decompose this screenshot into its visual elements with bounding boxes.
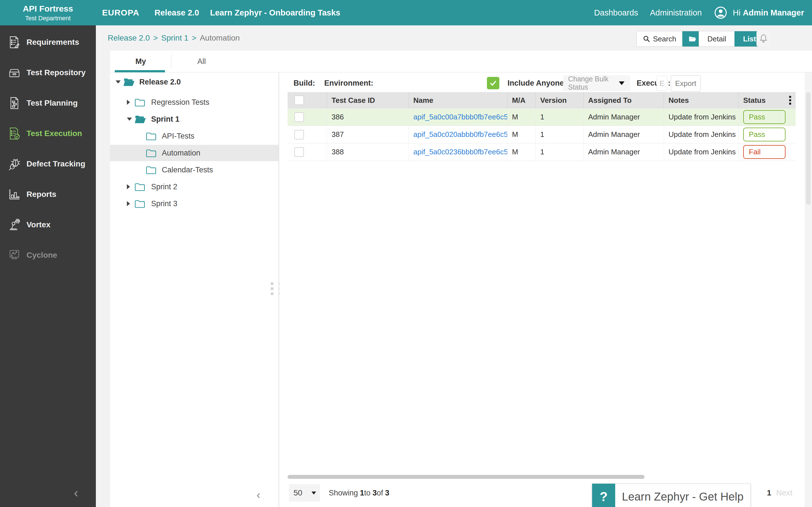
cell-version: 1 <box>536 144 583 161</box>
tab-my-executions[interactable]: My Executions <box>115 51 166 72</box>
sidebar-item-label: Test Planning <box>27 99 78 108</box>
breadcrumb-link[interactable]: Sprint 1 <box>161 34 189 42</box>
column-header-m-a: M/A <box>507 92 536 108</box>
export-button[interactable]: Export <box>671 75 701 92</box>
caret-down-icon[interactable] <box>116 80 121 83</box>
status-badge[interactable]: Fail <box>743 145 785 159</box>
breadcrumb-link[interactable]: Release 2.0 <box>108 34 150 42</box>
test-repository-icon <box>8 66 21 79</box>
include-anyone-checkbox[interactable] <box>487 77 499 89</box>
question-mark-icon: ? <box>592 484 615 507</box>
breadcrumb-separator: > <box>153 34 158 42</box>
tree-item-api-tests[interactable]: API-Tests <box>110 128 278 144</box>
execute-input[interactable]: E <box>657 76 667 91</box>
caret-down-icon[interactable] <box>127 118 132 121</box>
sidebar-item-label: Test Execution <box>27 129 82 138</box>
app-brand[interactable]: API Fortress Test Department <box>0 0 96 25</box>
caret-right-icon[interactable] <box>127 201 130 206</box>
tab-all-executions[interactable]: All Executions <box>179 51 224 72</box>
table-row: 387apif_5a0c020abbb0fb7ee6c5...M1Admin M… <box>288 126 796 144</box>
column-options-ellipsis-icon[interactable] <box>789 96 791 105</box>
test-execution-icon <box>8 127 21 140</box>
topbar-nav-onboarding[interactable]: Learn Zephyr - Onboarding Tasks <box>210 0 340 25</box>
sidebar-item-test-execution[interactable]: Test Execution <box>0 118 96 149</box>
cell-ma: M <box>507 126 536 143</box>
detail-button[interactable]: Detail <box>699 31 734 47</box>
administration-link[interactable]: Administration <box>650 8 702 17</box>
sidebar-item-test-planning[interactable]: Test Planning <box>0 88 96 118</box>
detail-list-toggle: Detail List <box>699 31 765 47</box>
folder-icon <box>146 165 157 175</box>
vertical-scrollbar-thumb[interactable] <box>806 92 811 205</box>
column-header-name: Name <box>409 92 507 108</box>
breadcrumb-current: Automation <box>200 34 240 42</box>
tree-item-regression-tests[interactable]: Regression Tests <box>110 94 278 110</box>
content-card: My Executions All Executions ‹ Release 2… <box>110 51 812 507</box>
next-page-button[interactable]: Next <box>776 484 793 502</box>
select-all-checkbox[interactable] <box>294 96 304 105</box>
sidebar-item-label: Cyclone <box>27 251 57 260</box>
tree-item-calendar-tests[interactable]: Calendar-Tests <box>110 162 278 178</box>
active-tab-underline <box>115 70 165 72</box>
help-widget[interactable]: ? Learn Zephyr - Get Help <box>592 484 751 507</box>
row-checkbox[interactable] <box>294 147 304 157</box>
caret-right-icon[interactable] <box>127 100 130 105</box>
horizontal-scrollbar[interactable] <box>288 475 645 479</box>
tree-item-label: API-Tests <box>162 128 195 144</box>
sidebar-item-label: Requirements <box>27 38 79 47</box>
column-header-version: Version <box>536 92 583 108</box>
tree-collapse-chevron-icon[interactable]: ‹ <box>257 489 260 501</box>
chevron-down-icon <box>619 81 624 85</box>
cell-version: 1 <box>536 108 583 126</box>
change-bulk-status-select[interactable]: Change Bulk Status <box>563 75 630 91</box>
notifications-button[interactable] <box>756 31 770 47</box>
tree-item-automation[interactable]: Automation <box>110 145 278 161</box>
test-case-name-link[interactable]: apif_5a0c020abbb0fb7ee6c5... <box>413 130 507 139</box>
sidebar-item-reports[interactable]: Reports <box>0 179 96 210</box>
sidebar: RequirementsTest RepositoryTest Planning… <box>0 25 96 507</box>
sidebar-item-test-repository[interactable]: Test Repository <box>0 57 96 88</box>
cell-test-case-id: 388 <box>327 144 409 161</box>
topbar: API Fortress Test Department EUROPA Rele… <box>0 0 812 25</box>
sidebar-item-defect-tracking[interactable]: Defect Tracking <box>0 149 96 179</box>
sidebar-item-requirements[interactable]: Requirements <box>0 27 96 57</box>
user-menu[interactable]: Hi Admin Manager <box>714 6 804 20</box>
status-badge[interactable]: Pass <box>743 110 785 124</box>
search-button[interactable]: Search <box>637 31 682 47</box>
folder-icon <box>689 36 696 42</box>
tree-item-label: Sprint 3 <box>151 195 177 212</box>
sidebar-collapse-chevron-icon[interactable]: ‹ <box>74 485 78 500</box>
current-page-number[interactable]: 1 <box>767 484 771 502</box>
tree-item-label: Regression Tests <box>151 94 209 110</box>
topbar-nav-release[interactable]: Release 2.0 <box>154 0 199 25</box>
tree-item-sprint-1[interactable]: Sprint 1 <box>110 111 278 127</box>
tree-item-sprint-2[interactable]: Sprint 2 <box>110 179 278 195</box>
page-size-select[interactable]: 50 <box>289 484 320 502</box>
sidebar-item-cyclone[interactable]: Cyclone <box>0 240 96 270</box>
status-badge[interactable]: Pass <box>743 128 785 142</box>
folder-icon <box>146 131 157 141</box>
cell-assigned-to: Admin Manager <box>583 126 664 143</box>
folder-icon <box>146 148 157 158</box>
caret-right-icon[interactable] <box>127 184 130 189</box>
chevron-down-icon <box>312 492 316 495</box>
test-case-name-link[interactable]: apif_5a0c0236bbb0fb7ee6c5... <box>413 148 507 156</box>
tree-item-sprint-3[interactable]: Sprint 3 <box>110 195 278 212</box>
test-case-name-link[interactable]: apif_5a0c00a7bbb0fb7ee6c5... <box>413 113 507 121</box>
cell-test-case-id: 387 <box>327 126 409 143</box>
vertical-scrollbar[interactable] <box>805 72 812 507</box>
row-checkbox[interactable] <box>294 130 304 139</box>
sidebar-item-vortex[interactable]: Vortex <box>0 210 96 240</box>
environment-label: Environment: <box>324 75 373 91</box>
row-checkbox[interactable] <box>294 112 304 122</box>
executions-panel: Build: Environment: Include Anyone Chang… <box>280 72 812 507</box>
test-planning-icon <box>8 97 21 110</box>
topbar-nav-project[interactable]: EUROPA <box>102 0 139 25</box>
cell-version: 1 <box>536 126 583 143</box>
tree-item-release-2-0[interactable]: Release 2.0 <box>110 74 278 90</box>
user-name: Admin Manager <box>743 8 804 17</box>
folder-tree-panel: ‹ Release 2.0Regression TestsSprint 1API… <box>110 72 278 507</box>
dashboards-link[interactable]: Dashboards <box>594 8 638 17</box>
column-header-test-case-id: Test Case ID <box>327 92 409 108</box>
table-header-row: Test Case IDNameM/AVersionAssigned ToNot… <box>288 92 796 108</box>
